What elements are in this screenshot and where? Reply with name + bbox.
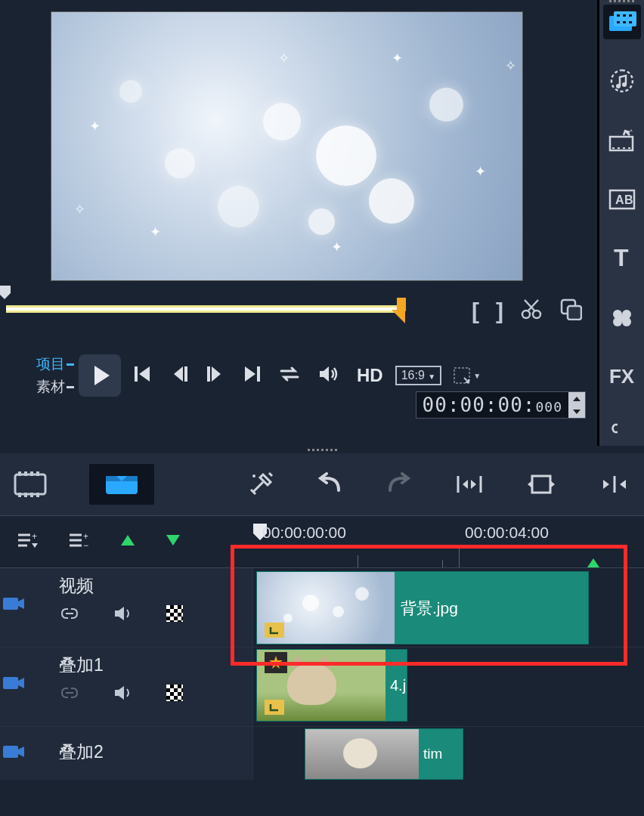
panel-divider[interactable]: [0, 446, 644, 453]
media-library-tab[interactable]: [603, 5, 641, 39]
list-add-b-button[interactable]: +−: [68, 531, 91, 552]
svg-rect-37: [24, 471, 27, 476]
video-track: 视频 背景.jpg: [0, 568, 644, 648]
marker-up-button[interactable]: [119, 533, 136, 550]
svg-rect-61: [3, 677, 18, 689]
overlay-clip[interactable]: tim: [305, 728, 463, 780]
volume-button[interactable]: [317, 364, 339, 387]
effects-tab[interactable]: [603, 123, 641, 158]
list-add-a-button[interactable]: +: [17, 531, 39, 552]
storyboard-view-button[interactable]: [14, 471, 47, 497]
checker-icon[interactable]: [166, 685, 183, 704]
ab-compare-tab[interactable]: AB: [603, 182, 641, 217]
svg-point-20: [622, 82, 627, 87]
playhead-handle-icon[interactable]: [0, 286, 11, 302]
go-start-button[interactable]: [133, 364, 153, 387]
timeline: + +− 00:00:00:00 00:00:04:00 视频: [0, 515, 644, 780]
svg-rect-62: [3, 746, 18, 758]
svg-point-46: [252, 474, 255, 478]
mute-icon[interactable]: [113, 685, 133, 704]
camera-icon[interactable]: [3, 675, 26, 694]
timecode-field[interactable]: 00:00:00:000: [416, 391, 586, 419]
overlay-track-2: 叠加2 tim: [0, 727, 644, 780]
timeline-toolbar: [0, 453, 644, 515]
camera-icon[interactable]: [3, 743, 26, 763]
undo-button[interactable]: [316, 472, 343, 496]
mode-project-tab[interactable]: 项目: [36, 354, 74, 374]
svg-rect-14: [623, 14, 626, 17]
copy-overlap-icon[interactable]: [559, 298, 582, 326]
svg-rect-7: [184, 366, 187, 382]
svg-rect-41: [24, 493, 27, 497]
svg-rect-16: [617, 21, 620, 23]
clip-badge-icon: [265, 623, 284, 638]
video-clip[interactable]: 背景.jpg: [256, 571, 589, 644]
overlay-clip[interactable]: 4.j: [256, 649, 407, 722]
redo-button[interactable]: [385, 472, 413, 496]
svg-rect-8: [207, 366, 210, 382]
right-toolbar: AB T FX: [597, 0, 644, 446]
scrub-bar[interactable]: [6, 305, 401, 313]
svg-rect-49: [532, 476, 550, 493]
link-icon[interactable]: [59, 607, 80, 623]
svg-point-0: [522, 311, 530, 318]
audio-tab[interactable]: [603, 63, 641, 98]
link-tab[interactable]: [603, 411, 641, 446]
clip-badge-icon: [265, 700, 284, 715]
next-frame-button[interactable]: [206, 364, 225, 387]
play-button[interactable]: [79, 354, 121, 397]
svg-rect-18: [629, 21, 632, 23]
resize-selector[interactable]: ▼: [454, 367, 481, 384]
timecode-up-button[interactable]: [568, 392, 585, 405]
camera-icon[interactable]: [3, 595, 26, 615]
prev-frame-button[interactable]: [169, 364, 189, 387]
svg-rect-39: [36, 471, 39, 476]
preview-viewport[interactable]: ✦✦✦ ✦✦✧ ✧✧: [51, 11, 523, 281]
clip-label: 4.j: [385, 650, 407, 721]
svg-point-1: [533, 311, 540, 318]
graphics-tab[interactable]: [603, 300, 641, 335]
svg-rect-36: [18, 471, 21, 476]
clip-label: tim: [419, 729, 463, 779]
mark-in-button[interactable]: [: [472, 298, 479, 324]
split-expand-button[interactable]: [599, 473, 630, 496]
svg-rect-13: [617, 14, 620, 17]
cut-icon[interactable]: [520, 298, 543, 326]
svg-rect-43: [36, 493, 39, 497]
svg-text:+: +: [32, 531, 37, 542]
overlay-track-1: 叠加1 4.j: [0, 648, 644, 727]
aspect-ratio-selector[interactable]: 16:9 ▼: [395, 366, 442, 385]
loop-button[interactable]: [278, 364, 301, 387]
clip-label: 背景.jpg: [395, 572, 588, 644]
fit-clip-button[interactable]: [455, 473, 484, 496]
svg-rect-12: [614, 11, 636, 26]
track-label: 叠加2: [59, 740, 252, 764]
go-end-button[interactable]: [242, 364, 262, 387]
hd-toggle[interactable]: HD: [357, 365, 383, 386]
tools-button[interactable]: [248, 471, 274, 497]
svg-rect-42: [30, 493, 33, 497]
link-icon[interactable]: [59, 686, 80, 703]
svg-point-19: [616, 84, 621, 88]
svg-rect-38: [30, 471, 33, 476]
mode-clip-tab[interactable]: 素材: [36, 377, 74, 397]
ruler-tick-label: 00:00:04:00: [465, 524, 549, 542]
svg-rect-5: [568, 306, 581, 320]
timecode-down-button[interactable]: [568, 405, 585, 418]
svg-rect-25: [628, 147, 630, 149]
checker-icon[interactable]: [166, 605, 183, 625]
svg-rect-23: [618, 147, 620, 149]
mark-out-button[interactable]: ]: [496, 298, 503, 324]
svg-point-34: [619, 315, 625, 321]
marker-down-button[interactable]: [165, 533, 181, 550]
title-tab[interactable]: T: [603, 241, 641, 276]
svg-text:B: B: [624, 193, 633, 206]
fit-project-button[interactable]: [526, 473, 556, 496]
timeline-ruler[interactable]: 00:00:00:00 00:00:04:00: [253, 516, 644, 567]
timeline-view-button[interactable]: [89, 464, 154, 505]
end-marker-icon[interactable]: [587, 558, 599, 567]
svg-rect-15: [629, 14, 632, 17]
effect-star-icon: [265, 652, 287, 673]
mute-icon[interactable]: [113, 605, 133, 625]
fx-tab[interactable]: FX: [603, 360, 641, 394]
